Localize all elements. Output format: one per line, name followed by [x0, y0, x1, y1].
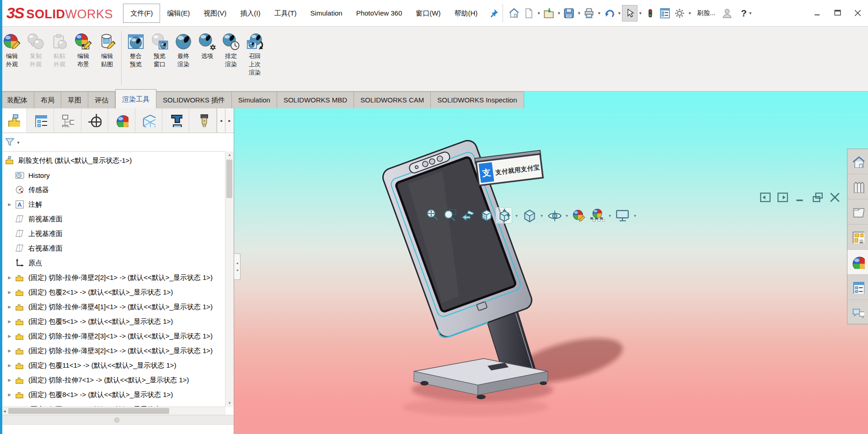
home-button[interactable]: [507, 5, 521, 21]
tree-item[interactable]: 刷脸支付机 (默认<默认_显示状态-1>): [0, 153, 225, 168]
manager-tab-property-manager[interactable]: [27, 108, 54, 133]
undo-caret-icon[interactable]: ▾: [616, 11, 622, 16]
task-pane-resources-home[interactable]: [847, 149, 868, 174]
minimize-window-button[interactable]: [794, 191, 806, 205]
traffic-light-button[interactable]: [643, 5, 658, 21]
horizontal-scroll-thumb[interactable]: [8, 408, 169, 414]
tree-item[interactable]: ▶(固定) 切除-拉伸-薄壁3[2]<1> -> (默认<<默认>_显示状态 1…: [0, 343, 225, 358]
zoom-fit-button[interactable]: [424, 207, 441, 224]
expand-slot[interactable]: ▶: [5, 290, 14, 295]
panel-flyout-handle[interactable]: ◂◂: [234, 253, 241, 280]
tree-item[interactable]: ▶(固定) 切除-拉伸-薄壁4[1]<1> -> (默认<<默认>_显示状态 1…: [0, 300, 225, 314]
menu-item[interactable]: 视图(V): [197, 4, 233, 22]
tree-item[interactable]: ▶(固定) 切除-拉伸-薄壁2[3]<1> -> (默认<<默认>_显示状态 1…: [0, 329, 225, 343]
tree-item[interactable]: ▶(固定) 包覆2<1> -> (默认<<默认>_显示状态 1>): [0, 285, 225, 300]
menu-item[interactable]: 插入(I): [233, 4, 267, 22]
task-pane-view-palette[interactable]: [847, 225, 868, 250]
recall-last-render-button[interactable]: 召回 上次 渲染: [243, 30, 267, 77]
hide-show-items-caret-icon[interactable]: ▾: [564, 213, 570, 218]
print-caret-icon[interactable]: ▾: [596, 11, 602, 16]
tab-SOLIDWORKS CAM[interactable]: SOLIDWORKS CAM: [354, 91, 431, 108]
previous-view-button[interactable]: [460, 207, 477, 224]
task-list-button[interactable]: [658, 5, 672, 21]
task-pane-design-library[interactable]: [847, 174, 868, 199]
expand-slot[interactable]: ▶: [5, 202, 14, 207]
help-button[interactable]: ?: [741, 8, 747, 19]
render-options-button[interactable]: 选项: [195, 30, 219, 60]
open-doc-caret-icon[interactable]: ▾: [556, 11, 562, 16]
undo-button[interactable]: [602, 5, 616, 21]
view-orientation-button[interactable]: [496, 207, 512, 224]
expand-slot[interactable]: ▶: [5, 275, 14, 280]
restore-window-button[interactable]: [811, 191, 823, 205]
preview-window-button[interactable]: 预览 窗口: [148, 30, 171, 69]
tree-item[interactable]: 原点: [0, 256, 225, 270]
select-cursor-button[interactable]: [622, 5, 638, 21]
menu-item[interactable]: PhotoView 360: [349, 4, 409, 22]
tree-item[interactable]: ▶(固定) 包覆5<1> -> (默认<<默认>_显示状态 1>): [0, 314, 225, 329]
scroll-up-icon[interactable]: ▲: [225, 151, 234, 159]
manager-tab-feature-manager[interactable]: [0, 108, 27, 133]
view-settings-button[interactable]: [614, 207, 631, 224]
final-render-button[interactable]: 最终 渲染: [171, 30, 195, 69]
edit-scene-button[interactable]: 编辑 布景: [71, 30, 95, 69]
tree-item[interactable]: ▶(固定) 切除-拉伸7<1> -> (默认<<默认>_显示状态 1>): [0, 373, 225, 387]
view-orientation-caret-icon[interactable]: ▾: [514, 213, 520, 218]
tree-item[interactable]: ▶(固定) 包覆8<1> -> (默认<<默认>_显示状态 1>): [0, 387, 225, 402]
tab-SOLIDWORKS 插件[interactable]: SOLIDWORKS 插件: [156, 91, 232, 108]
new-doc-button[interactable]: [521, 5, 536, 21]
tab-装配体[interactable]: 装配体: [0, 91, 34, 108]
tab-布局[interactable]: 布局: [34, 91, 61, 108]
manager-tabs-scroll-left[interactable]: ◂: [217, 108, 225, 133]
tab-草图[interactable]: 草图: [61, 91, 88, 108]
pin-icon[interactable]: [489, 8, 499, 19]
save-button[interactable]: [562, 5, 576, 21]
view-settings-caret-icon[interactable]: ▾: [632, 213, 638, 218]
display-style-button[interactable]: [521, 207, 537, 224]
options-gear-caret-icon[interactable]: ▾: [687, 11, 692, 16]
tree-item[interactable]: 传感器: [0, 182, 225, 197]
tree-item[interactable]: 上视基准面: [0, 226, 225, 241]
manager-tab-configuration-manager[interactable]: [54, 108, 81, 133]
new-doc-caret-icon[interactable]: ▾: [536, 11, 541, 16]
filter-funnel-icon[interactable]: [5, 137, 16, 148]
edit-decal-button[interactable]: 编辑 贴图: [95, 30, 119, 69]
tree-item[interactable]: 右视基准面: [0, 241, 225, 256]
menu-item[interactable]: 文件(F): [123, 4, 160, 23]
scroll-down-icon[interactable]: ▼: [225, 400, 234, 407]
task-pane-appearances-scenes[interactable]: [847, 250, 868, 275]
menu-item[interactable]: Simulation: [304, 4, 349, 22]
menu-item[interactable]: 帮助(H): [447, 4, 484, 22]
options-gear-button[interactable]: [672, 5, 687, 21]
menu-item[interactable]: 编辑(E): [160, 4, 197, 22]
expand-slot[interactable]: ▶: [5, 363, 14, 368]
close-window-button[interactable]: [829, 191, 841, 205]
tree-item[interactable]: ▶(固定) 切除-拉伸-薄壁2[2]<1> -> (默认<<默认>_显示状态 1…: [0, 270, 225, 285]
manager-tab-simulation-study[interactable]: [162, 108, 189, 133]
print-button[interactable]: [582, 5, 596, 21]
expand-slot[interactable]: ▶: [5, 319, 14, 324]
menu-item[interactable]: 工具(T): [267, 4, 303, 22]
manager-tab-visibility-cube[interactable]: [135, 108, 162, 133]
expand-slot[interactable]: ▶: [5, 392, 14, 397]
display-style-caret-icon[interactable]: ▾: [539, 213, 545, 218]
previous-window-button[interactable]: [759, 191, 771, 205]
tab-渲染工具[interactable]: 渲染工具: [115, 89, 156, 108]
manager-tabs-scroll-right[interactable]: ▸: [225, 108, 234, 133]
zoom-area-button[interactable]: [442, 207, 459, 224]
vertical-scroll-thumb[interactable]: [226, 160, 232, 198]
section-view-button[interactable]: [478, 207, 494, 224]
save-caret-icon[interactable]: ▾: [576, 11, 582, 16]
filter-caret-icon[interactable]: ▾: [16, 140, 21, 145]
expand-slot[interactable]: ▶: [5, 305, 14, 309]
tree-item[interactable]: ▶(固定) 包覆11<1> -> (默认<<默认>_显示状态 1>): [0, 358, 225, 373]
schedule-render-button[interactable]: 排定 渲染: [219, 30, 243, 69]
tab-SOLIDWORKS MBD[interactable]: SOLIDWORKS MBD: [277, 91, 354, 108]
select-cursor-caret-icon[interactable]: ▾: [638, 11, 643, 16]
panel-splitter[interactable]: [0, 415, 234, 425]
manager-tab-dimxpert-manager[interactable]: [81, 108, 108, 133]
expand-slot[interactable]: ▶: [5, 334, 14, 338]
task-pane-comments[interactable]: [847, 300, 868, 325]
hide-show-items-button[interactable]: [546, 207, 563, 224]
expand-slot[interactable]: ▶: [5, 378, 14, 382]
